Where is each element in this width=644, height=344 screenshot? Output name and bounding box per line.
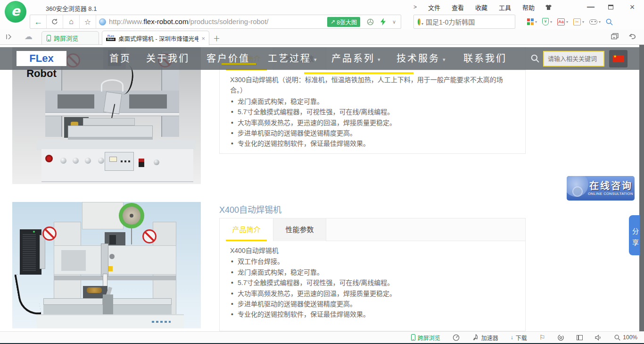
language-flag-button[interactable]: ★ (609, 50, 627, 67)
led (33, 231, 35, 233)
speed-test-icon[interactable] (453, 334, 460, 341)
share-button[interactable]: 分享 (629, 215, 640, 255)
aperture-icon[interactable] (367, 18, 374, 25)
site-search-input[interactable] (544, 52, 603, 66)
nav-customer-value[interactable]: 客户价值 (206, 47, 250, 70)
nav-contact[interactable]: 联系我们 (463, 47, 507, 70)
machine-part (58, 94, 94, 109)
sidebar-expand-icon[interactable] (6, 34, 12, 40)
site-logo[interactable]: FLex Robot (17, 51, 66, 66)
tab-cross-screen[interactable]: 跨屏浏览 (41, 31, 99, 45)
minimize-button[interactable]: — (583, 0, 599, 14)
online-consultation-button[interactable]: 在线咨询 ONLINE CONSULTATION (567, 176, 635, 201)
big-images-badge[interactable]: ↗ 8张大图 (327, 17, 360, 27)
sidebar-panel-icon[interactable] (577, 335, 583, 340)
x400-tab-intro[interactable]: 产品简介 (220, 218, 273, 242)
work-table (112, 305, 172, 314)
close-window-button[interactable]: × (624, 0, 640, 14)
statusbar-download[interactable]: ↓ 下载 (511, 334, 527, 342)
menu-file[interactable]: 文件 (428, 3, 440, 12)
estop-button (45, 155, 53, 162)
tab-active-page[interactable]: FLex Robot 桌面式焊锡机 - 深圳市烽镭光电 × (102, 31, 209, 45)
web-page-viewport: 产品简介 性能参数 X300自动焊锡机（说明：标准机，恒温烙铁加热，人工上下料，… (0, 45, 644, 331)
gamepad-icon (589, 19, 597, 25)
product-image-x400[interactable] (12, 202, 201, 328)
games-extension[interactable]: ▾ (589, 19, 601, 25)
search-engine-icon[interactable] (418, 18, 421, 25)
wallet-shield-extension[interactable]: ¥ ▾ (542, 18, 552, 25)
knob (73, 158, 79, 164)
browser-statusbar: 跨屏浏览 加速器 ↓ 下载 ⚐ 100% (0, 331, 644, 343)
statusbar-zoom[interactable]: 100% (614, 334, 637, 341)
menu-overflow-icon[interactable]: > (413, 4, 417, 10)
chevron-down-icon: ▾ (314, 57, 317, 63)
rocket-icon (472, 334, 479, 341)
clipper-extension[interactable]: ✂ ▾ (573, 18, 584, 25)
x400-feature: 大功率高频发热芯，更迅速的回温，焊接质量更稳定。 (230, 288, 513, 299)
menu-favorites[interactable]: 收藏 (475, 3, 487, 12)
x300-content: X300自动焊锡机（说明：标准机，恒温烙铁加热，人工上下料，用于一般产能要求不太… (220, 70, 525, 149)
work-table (112, 298, 172, 305)
machine-base (37, 140, 195, 150)
search-engine-caret-icon[interactable]: ▾ (421, 22, 423, 26)
work-table (43, 298, 103, 305)
new-tab-button[interactable]: ＋ (213, 33, 220, 43)
browser-search-input[interactable] (426, 18, 511, 25)
extension-toolbar: ▾ ¥ ▾ Aa ▾ ✂ ▾ ▾ (523, 14, 616, 29)
x400-info-box: 产品简介 性能参数 X400自动焊锡机 双工作台焊接。 龙门桌面式构架，稳定可靠… (219, 218, 526, 331)
menu-help[interactable]: 帮助 (522, 3, 535, 12)
site-favicon: FLex Robot (106, 34, 116, 42)
browser-search-box[interactable]: ▾ (413, 15, 515, 29)
consult-label-en: ONLINE CONSULTATION (588, 192, 633, 196)
statusbar-accelerator[interactable]: 加速器 (472, 334, 498, 342)
nav-about[interactable]: 关于我们 (146, 47, 190, 70)
cloud-sync-icon[interactable]: ☁ (25, 32, 33, 42)
translate-extension[interactable]: Aa ▾ (557, 18, 568, 25)
menu-view[interactable]: 查看 (452, 3, 464, 12)
machine-part (87, 287, 102, 293)
work-table (43, 305, 103, 314)
tab-close-icon[interactable]: × (201, 35, 205, 42)
x400-tab-specs[interactable]: 性能参数 (273, 218, 326, 241)
undo-icon[interactable] (628, 33, 636, 40)
nav-process[interactable]: 工艺过程 (268, 47, 311, 70)
nav-tech-service[interactable]: 技术服务 (396, 47, 440, 70)
page-scrollbar[interactable] (639, 45, 644, 331)
url-dropdown-icon[interactable]: ∨ (392, 19, 398, 25)
machine-part (40, 235, 45, 269)
machine-part (103, 274, 107, 287)
nav-button-group: ← ⌂ ☆ http://www.flex-robot.com/products… (30, 15, 401, 29)
refresh-button[interactable] (47, 15, 63, 28)
maximize-button[interactable] (603, 0, 619, 14)
translate-aa-icon: Aa (557, 18, 565, 25)
x400-feature: 龙门桌面式构架，稳定可靠。 (230, 267, 513, 277)
browser-logo-icon[interactable]: e (5, 1, 26, 23)
report-flag-icon[interactable]: ⚐ (539, 334, 545, 341)
chevron-down-icon: ▾ (378, 57, 380, 63)
search-icon[interactable] (531, 54, 539, 63)
x400-feature: 专业化的送锡控制软件，保证最佳焊锡效果。 (230, 309, 513, 319)
nav-products[interactable]: 产品系列 (331, 47, 375, 70)
skin-icon[interactable] (540, 0, 556, 14)
url-path: /products/soldering-robot/ (188, 17, 268, 25)
expand-icon: ↗ (330, 18, 335, 25)
statusbar-cross-screen[interactable]: 跨屏浏览 (411, 334, 440, 342)
page-find-extension[interactable] (606, 18, 613, 25)
x400-tabs: 产品简介 性能参数 (220, 218, 525, 241)
consult-art (572, 186, 583, 197)
lightning-icon[interactable] (380, 18, 386, 25)
knob (85, 158, 91, 164)
menu-tools[interactable]: 工具 (499, 3, 511, 12)
home-button[interactable]: ⌂ (63, 15, 80, 28)
url-field[interactable]: http://www.flex-robot.com/products/solde… (96, 15, 401, 28)
browser-swirl-icon[interactable] (557, 334, 564, 341)
nav-home[interactable]: 首页 (109, 47, 131, 70)
x300-feature-list: 龙门桌面式构架，稳定可靠。 5.7寸全触摸式编程器，可视性强，可在线/离线编程。… (230, 96, 513, 149)
site-search-box[interactable] (543, 51, 604, 67)
bookmark-star-button[interactable]: ☆ (80, 15, 96, 28)
speaker-icon[interactable] (595, 335, 602, 341)
apps-grid-extension[interactable]: ▾ (527, 18, 537, 25)
restore-tabs-icon[interactable] (611, 33, 619, 40)
back-button[interactable]: ← (30, 15, 47, 28)
x400-content: X400自动焊锡机 双工作台焊接。 龙门桌面式构架，稳定可靠。 5.7寸全触摸式… (220, 241, 525, 320)
